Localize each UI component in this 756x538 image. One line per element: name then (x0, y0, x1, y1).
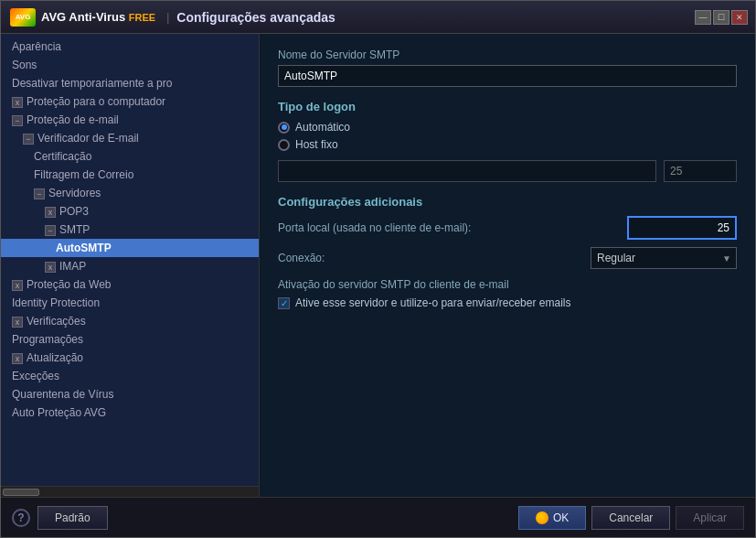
radio-auto-row[interactable]: Automático (278, 121, 737, 134)
expander-icon: − (23, 134, 34, 145)
app-free-badge: FREE (129, 12, 155, 23)
titlebar: AVG AVG Anti-Virus FREE | Configurações … (1, 1, 755, 34)
padrao-label: Padrão (55, 511, 91, 524)
cancelar-label: Cancelar (609, 511, 653, 524)
avg-logo-image: AVG (10, 8, 36, 27)
scrollbar-thumb[interactable] (3, 489, 39, 496)
expander-icon: − (45, 225, 56, 236)
horizontal-scrollbar[interactable] (1, 486, 259, 497)
sidebar: Aparência Sons Desativar temporariamente… (1, 34, 260, 497)
sidebar-item-certificacao[interactable]: Certificação (1, 147, 259, 166)
sidebar-item-protecao-computador[interactable]: xProteção para o computador (1, 92, 259, 111)
expander-icon: x (45, 262, 56, 273)
smtp-server-input[interactable] (278, 65, 737, 87)
expander-icon: x (12, 97, 23, 108)
close-button[interactable]: ✕ (731, 10, 748, 25)
footer-right: OK Cancelar Aplicar (518, 506, 744, 530)
sidebar-item-quarentena[interactable]: Quarentena de Vírus (1, 385, 259, 404)
sidebar-scroll[interactable]: Aparência Sons Desativar temporariamente… (1, 34, 259, 486)
aplicar-label: Aplicar (693, 511, 727, 524)
app-logo: AVG AVG Anti-Virus FREE (8, 6, 159, 28)
sidebar-item-programacoes[interactable]: Programações (1, 330, 259, 349)
restore-button[interactable]: ☐ (713, 10, 729, 25)
footer: ? Padrão OK Cancelar Aplicar (1, 497, 755, 537)
padrao-button[interactable]: Padrão (37, 506, 108, 530)
adv-section-title: Configurações adicionais (278, 195, 737, 209)
sidebar-item-pop3[interactable]: xPOP3 (1, 202, 259, 221)
conexao-select-wrap: Regular SSL/TLS STARTTLS ▼ (591, 247, 737, 269)
activation-section: Ativação do servidor SMTP do cliente de … (278, 278, 737, 309)
porta-local-input[interactable] (627, 216, 737, 240)
ok-button[interactable]: OK (518, 506, 586, 530)
sidebar-item-excecoes[interactable]: Exceções (1, 367, 259, 385)
aplicar-button[interactable]: Aplicar (676, 506, 744, 530)
activation-checkbox-label: Ative esse servidor e utilize-o para env… (295, 296, 570, 309)
expander-icon: x (12, 317, 23, 328)
avg-logo-icon: AVG (8, 6, 37, 28)
sidebar-item-identity[interactable]: Identity Protection (1, 294, 259, 312)
window-title: Configurações avançadas (176, 10, 335, 25)
ok-icon (536, 511, 548, 524)
sidebar-item-autosmtp[interactable]: AutoSMTP (1, 239, 259, 257)
logon-type-title: Tipo de logon (278, 100, 737, 113)
sidebar-item-atualizacao[interactable]: xAtualização (1, 349, 259, 367)
radio-group-logon: Automático Host fixo (278, 121, 737, 151)
radio-host-row[interactable]: Host fixo (278, 138, 737, 151)
sidebar-item-verificacoes[interactable]: xVerificações (1, 312, 259, 330)
expander-icon: − (34, 188, 45, 199)
content-area: Aparência Sons Desativar temporariamente… (1, 34, 755, 497)
sidebar-item-smtp[interactable]: −SMTP (1, 221, 259, 239)
sidebar-item-servidores[interactable]: −Servidores (1, 184, 259, 202)
sidebar-item-aparencia[interactable]: Aparência (1, 38, 259, 56)
radio-host-label: Host fixo (295, 138, 338, 151)
sidebar-item-auto-protecao[interactable]: Auto Proteção AVG (1, 404, 259, 422)
sidebar-item-desativar[interactable]: Desativar temporariamente a pro (1, 74, 259, 92)
expander-icon: − (12, 115, 23, 126)
radio-auto-label: Automático (295, 121, 350, 134)
logon-type-group: Tipo de logon Automático Host fixo (278, 100, 737, 182)
activation-checkbox[interactable]: ✓ (278, 297, 290, 309)
sidebar-item-filtragem[interactable]: Filtragem de Correio (1, 166, 259, 184)
app-name-text: AVG Anti-Virus (41, 10, 125, 24)
cancelar-button[interactable]: Cancelar (591, 506, 670, 530)
smtp-server-group: Nome do Servidor SMTP (278, 48, 737, 87)
activation-label: Ativação do servidor SMTP do cliente de … (278, 278, 737, 291)
porta-local-label: Porta local (usada no cliente de e-mail)… (278, 221, 620, 234)
porta-local-row: Porta local (usada no cliente de e-mail)… (278, 216, 737, 240)
host-row (278, 160, 737, 182)
ok-label: OK (553, 511, 569, 524)
smtp-server-label: Nome do Servidor SMTP (278, 48, 737, 61)
expander-icon: x (12, 353, 23, 364)
expander-icon: x (45, 207, 56, 218)
footer-left: ? Padrão (12, 506, 108, 530)
expander-icon: x (12, 280, 23, 291)
radio-host-button[interactable] (278, 139, 290, 151)
sidebar-item-imap[interactable]: xIMAP (1, 257, 259, 275)
sidebar-item-verificador[interactable]: −Verificador de E-mail (1, 129, 259, 147)
sidebar-item-sons[interactable]: Sons (1, 56, 259, 74)
conexao-select[interactable]: Regular SSL/TLS STARTTLS (591, 247, 737, 269)
activation-checkbox-row[interactable]: ✓ Ative esse servidor e utilize-o para e… (278, 296, 737, 309)
app-name: AVG Anti-Virus FREE (41, 10, 155, 24)
window-controls: — ☐ ✕ (695, 10, 748, 25)
title-separator: | (166, 11, 169, 24)
sidebar-item-protecao-email[interactable]: −Proteção de e-mail (1, 111, 259, 129)
sidebar-item-protecao-web[interactable]: xProteção da Web (1, 275, 259, 294)
conexao-row: Conexão: Regular SSL/TLS STARTTLS ▼ (278, 247, 737, 269)
host-port-input[interactable] (664, 160, 737, 182)
host-input[interactable] (278, 160, 656, 182)
conexao-label: Conexão: (278, 252, 583, 264)
help-button[interactable]: ? (12, 509, 30, 527)
radio-auto-button[interactable] (278, 122, 290, 134)
main-window: AVG AVG Anti-Virus FREE | Configurações … (0, 0, 756, 538)
adv-section: Configurações adicionais Porta local (us… (278, 195, 737, 269)
main-panel: Nome do Servidor SMTP Tipo de logon Auto… (260, 34, 755, 497)
minimize-button[interactable]: — (695, 10, 711, 25)
